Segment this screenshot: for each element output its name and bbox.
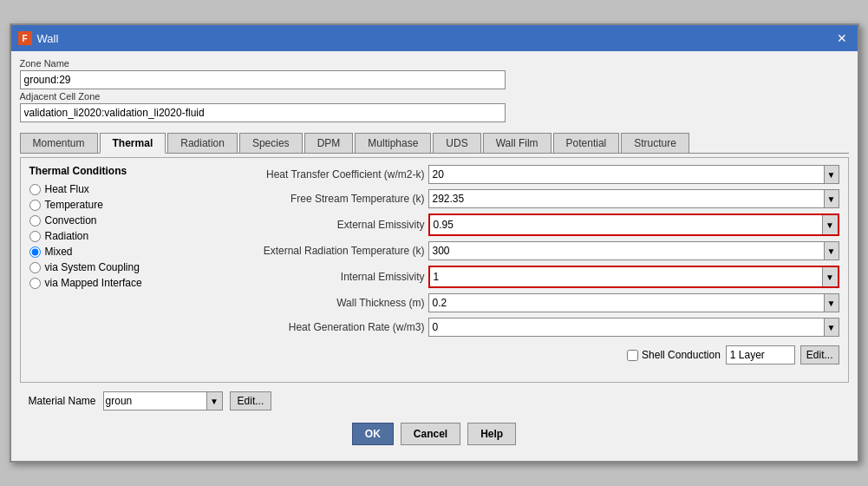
tab-multiphase[interactable]: Multiphase <box>355 133 431 153</box>
external-emissivity-highlight: ▼ <box>428 213 839 236</box>
ext-rad-temp-arrow[interactable]: ▼ <box>824 241 839 260</box>
material-label: Material Name <box>29 395 96 407</box>
radio-system-coupling-label: via System Coupling <box>45 261 140 273</box>
free-stream-row: Free Stream Temperature (k) ▼ <box>203 189 839 208</box>
internal-emissivity-row: Internal Emissivity ▼ <box>203 266 839 288</box>
heat-gen-rate-row: Heat Generation Rate (w/m3) ▼ <box>203 318 839 337</box>
free-stream-input[interactable] <box>428 189 824 208</box>
wall-thickness-arrow[interactable]: ▼ <box>824 293 839 312</box>
adjacent-cell-row <box>20 103 849 122</box>
title-bar-left: F Wall <box>18 31 59 45</box>
shell-conduction-row: Shell Conduction Edit... <box>203 345 839 364</box>
free-stream-arrow[interactable]: ▼ <box>824 189 839 208</box>
ext-rad-temp-input-group: ▼ <box>428 241 839 260</box>
ok-button[interactable]: OK <box>352 423 394 445</box>
tab-dpm[interactable]: DPM <box>304 133 354 153</box>
thermal-area: Thermal Conditions Heat Flux Temperature… <box>20 157 849 383</box>
shell-layer-input[interactable] <box>726 345 795 364</box>
material-select-group: ▼ <box>103 391 223 410</box>
heat-gen-rate-label: Heat Generation Rate (w/m3) <box>203 321 428 333</box>
tab-uds[interactable]: UDS <box>433 133 480 153</box>
tab-thermal[interactable]: Thermal <box>100 133 166 154</box>
tab-potential[interactable]: Potential <box>553 133 620 153</box>
shell-conduction-text: Shell Conduction <box>642 349 721 361</box>
radio-radiation-input[interactable] <box>29 231 41 242</box>
radio-system-coupling[interactable]: via System Coupling <box>29 260 186 274</box>
zone-name-label: Zone Name <box>20 58 849 69</box>
radio-convection[interactable]: Convection <box>29 213 186 227</box>
radio-heat-flux[interactable]: Heat Flux <box>29 182 186 196</box>
heat-transfer-input[interactable] <box>428 165 824 184</box>
dialog-body: Zone Name Adjacent Cell Zone Momentum Th… <box>11 51 858 461</box>
wall-thickness-label: Wall Thickness (m) <box>203 297 428 309</box>
tab-wall-film[interactable]: Wall Film <box>483 133 551 153</box>
shell-conduction-label[interactable]: Shell Conduction <box>627 349 721 361</box>
ext-rad-temp-input[interactable] <box>428 241 824 260</box>
ext-rad-temp-label: External Radiation Temperature (k) <box>203 245 428 257</box>
zone-name-input[interactable] <box>20 70 506 89</box>
tab-radiation[interactable]: Radiation <box>167 133 238 153</box>
radio-temperature[interactable]: Temperature <box>29 198 186 212</box>
external-emissivity-label: External Emissivity <box>203 219 428 231</box>
external-emissivity-arrow[interactable]: ▼ <box>822 215 838 234</box>
internal-emissivity-highlight: ▼ <box>428 266 839 288</box>
tab-species[interactable]: Species <box>239 133 303 153</box>
shell-conduction-checkbox[interactable] <box>627 350 638 361</box>
radio-radiation-label: Radiation <box>45 230 89 242</box>
radio-system-coupling-input[interactable] <box>29 262 41 273</box>
heat-gen-rate-input[interactable] <box>428 318 824 337</box>
dialog-icon: F <box>18 31 32 45</box>
ext-rad-temp-row: External Radiation Temperature (k) ▼ <box>203 241 839 260</box>
zone-name-row <box>20 70 849 89</box>
adjacent-cell-input[interactable] <box>20 103 506 122</box>
radio-mixed-label: Mixed <box>45 246 73 258</box>
adjacent-cell-label: Adjacent Cell Zone <box>20 91 849 102</box>
bottom-buttons: OK Cancel Help <box>20 414 849 454</box>
help-button[interactable]: Help <box>467 423 516 445</box>
right-panel: Heat Transfer Coefficient (w/m2-k) ▼ Fre… <box>203 165 839 375</box>
material-edit-button[interactable]: Edit... <box>230 391 272 410</box>
cancel-button[interactable]: Cancel <box>401 423 460 445</box>
heat-transfer-input-group: ▼ <box>428 165 839 184</box>
dialog-title: Wall <box>37 32 59 45</box>
title-bar: F Wall ✕ <box>11 25 858 51</box>
zone-fields: Zone Name Adjacent Cell Zone <box>20 58 849 126</box>
close-button[interactable]: ✕ <box>833 30 851 46</box>
radio-heat-flux-label: Heat Flux <box>45 183 89 195</box>
tab-structure[interactable]: Structure <box>621 133 689 153</box>
tabs-container: Momentum Thermal Radiation Species DPM M… <box>20 133 849 154</box>
free-stream-input-group: ▼ <box>428 189 839 208</box>
heat-transfer-label: Heat Transfer Coefficient (w/m2-k) <box>203 168 428 181</box>
radio-radiation[interactable]: Radiation <box>29 229 186 243</box>
external-emissivity-row: External Emissivity ▼ <box>203 213 839 236</box>
radio-mixed[interactable]: Mixed <box>29 245 186 259</box>
radio-mapped-interface-input[interactable] <box>29 278 41 289</box>
free-stream-label: Free Stream Temperature (k) <box>203 193 428 205</box>
wall-thickness-input-group: ▼ <box>428 293 839 312</box>
radio-mapped-interface-label: via Mapped Interface <box>45 277 142 289</box>
thermal-section-title: Thermal Conditions <box>29 165 186 177</box>
material-dropdown-arrow[interactable]: ▼ <box>207 391 223 410</box>
internal-emissivity-label: Internal Emissivity <box>203 271 428 283</box>
material-row: Material Name ▼ Edit... <box>20 391 849 410</box>
radio-convection-input[interactable] <box>29 215 41 227</box>
heat-transfer-arrow[interactable]: ▼ <box>824 165 839 184</box>
heat-gen-rate-input-group: ▼ <box>428 318 839 337</box>
radio-temperature-label: Temperature <box>45 199 103 211</box>
heat-gen-rate-arrow[interactable]: ▼ <box>824 318 839 337</box>
internal-emissivity-input[interactable] <box>430 267 822 286</box>
wall-thickness-row: Wall Thickness (m) ▼ <box>203 293 839 312</box>
radio-heat-flux-input[interactable] <box>29 184 41 195</box>
internal-emissivity-arrow[interactable]: ▼ <box>822 267 838 286</box>
wall-thickness-input[interactable] <box>428 293 824 312</box>
radio-temperature-input[interactable] <box>29 200 41 211</box>
shell-edit-button[interactable]: Edit... <box>800 345 839 364</box>
left-panel: Thermal Conditions Heat Flux Temperature… <box>29 165 186 375</box>
heat-transfer-row: Heat Transfer Coefficient (w/m2-k) ▼ <box>203 165 839 184</box>
radio-mixed-input[interactable] <box>29 246 41 258</box>
tab-momentum[interactable]: Momentum <box>20 133 98 153</box>
material-select[interactable] <box>103 391 207 410</box>
radio-convection-label: Convection <box>45 214 97 227</box>
radio-mapped-interface[interactable]: via Mapped Interface <box>29 276 186 290</box>
external-emissivity-input[interactable] <box>430 215 822 234</box>
